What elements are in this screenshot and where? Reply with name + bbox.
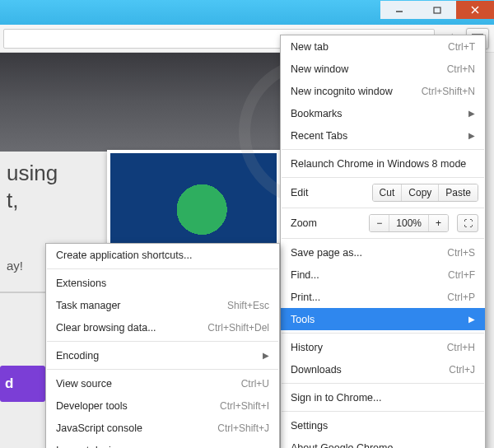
zoom-in-button[interactable]: + xyxy=(428,215,448,231)
submenu-inspect-devices[interactable]: Inspect devices xyxy=(46,439,279,448)
main-menu: New tabCtrl+T New windowCtrl+N New incog… xyxy=(280,35,486,448)
submenu-task-manager[interactable]: Task managerShift+Esc xyxy=(46,294,279,316)
menu-sign-in[interactable]: Sign in to Chrome... xyxy=(281,386,485,408)
menu-separator xyxy=(282,411,484,412)
menu-edit-row: Edit Cut Copy Paste xyxy=(281,180,485,205)
menu-separator xyxy=(282,333,484,334)
purple-box: d xyxy=(0,366,45,402)
menu-new-tab[interactable]: New tabCtrl+T xyxy=(281,35,485,58)
copy-button[interactable]: Copy xyxy=(401,184,438,201)
menu-print[interactable]: Print...Ctrl+P xyxy=(281,286,485,308)
hero-subtext: ay! xyxy=(7,259,23,273)
menu-relaunch[interactable]: Relaunch Chrome in Windows 8 mode xyxy=(281,152,485,175)
window-titlebar xyxy=(0,0,494,25)
submenu-arrow-icon: ▶ xyxy=(468,315,475,324)
edit-label: Edit xyxy=(291,187,367,198)
menu-separator xyxy=(282,149,484,150)
menu-separator xyxy=(282,238,484,239)
submenu-clear-data[interactable]: Clear browsing data...Ctrl+Shift+Del xyxy=(46,316,279,338)
zoom-out-button[interactable]: − xyxy=(370,215,389,231)
submenu-encoding[interactable]: Encoding▶ xyxy=(46,344,279,366)
submenu-arrow-icon: ▶ xyxy=(263,351,269,360)
menu-separator xyxy=(282,208,484,208)
submenu-extensions[interactable]: Extensions xyxy=(46,272,279,294)
menu-recent-tabs[interactable]: Recent Tabs▶ xyxy=(281,124,485,147)
submenu-dev-tools[interactable]: Developer toolsCtrl+Shift+I xyxy=(46,394,279,417)
window-minimize-button[interactable] xyxy=(380,1,418,19)
menu-new-incognito[interactable]: New incognito windowCtrl+Shift+N xyxy=(281,80,485,102)
menu-separator xyxy=(47,369,278,370)
menu-separator xyxy=(282,383,484,384)
menu-history[interactable]: HistoryCtrl+H xyxy=(281,336,485,358)
edit-button-group: Cut Copy Paste xyxy=(372,184,478,202)
menu-find[interactable]: Find...Ctrl+F xyxy=(281,264,485,286)
zoom-label: Zoom xyxy=(291,217,364,229)
window-close-button[interactable] xyxy=(456,1,494,19)
zoom-value: 100% xyxy=(389,215,428,231)
fullscreen-button[interactable]: ⛶ xyxy=(457,214,478,232)
menu-downloads[interactable]: DownloadsCtrl+J xyxy=(281,358,485,380)
menu-separator xyxy=(47,268,278,269)
menu-separator xyxy=(282,177,484,178)
window-maximize-button[interactable] xyxy=(418,1,456,19)
menu-save-as[interactable]: Save page as...Ctrl+S xyxy=(281,241,485,264)
paste-button[interactable]: Paste xyxy=(438,184,478,201)
zoom-button-group: − 100% + xyxy=(369,214,449,232)
menu-settings[interactable]: Settings xyxy=(281,414,485,436)
submenu-js-console[interactable]: JavaScript consoleCtrl+Shift+J xyxy=(46,417,279,439)
cut-button[interactable]: Cut xyxy=(373,184,402,201)
menu-bookmarks[interactable]: Bookmarks▶ xyxy=(281,102,485,124)
menu-new-window[interactable]: New windowCtrl+N xyxy=(281,58,485,80)
submenu-arrow-icon: ▶ xyxy=(468,131,475,140)
hero-heading: usingt, xyxy=(0,152,64,222)
submenu-arrow-icon: ▶ xyxy=(468,109,475,118)
menu-tools[interactable]: Tools▶ xyxy=(281,308,485,330)
submenu-view-source[interactable]: View sourceCtrl+U xyxy=(46,372,279,394)
svg-rect-1 xyxy=(434,7,440,13)
hero-banner xyxy=(0,53,280,152)
menu-about[interactable]: About Google Chrome xyxy=(281,436,485,448)
submenu-create-shortcuts[interactable]: Create application shortcuts... xyxy=(46,244,279,266)
tools-submenu: Create application shortcuts... Extensio… xyxy=(45,243,280,448)
menu-separator xyxy=(47,341,278,342)
menu-zoom-row: Zoom − 100% + ⛶ xyxy=(281,211,485,236)
